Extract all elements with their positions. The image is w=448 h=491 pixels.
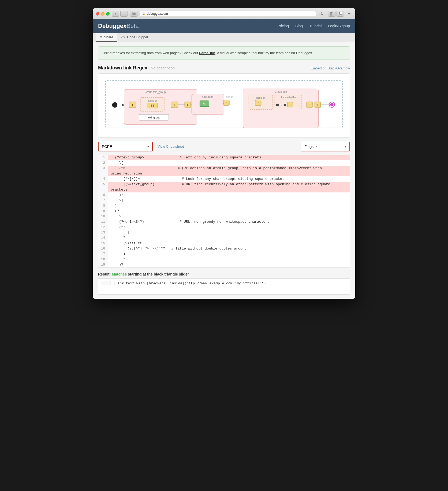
line-content: |(?&text_group) # OR: find recursively a… — [108, 182, 350, 187]
line-number: 11 — [98, 219, 108, 225]
sidebar-toggle-button[interactable] — [130, 11, 137, 17]
traffic-lights — [96, 12, 110, 16]
flags-select-wrapper: Flags: x Flags: i Flags: m Flags: g ▼ — [301, 142, 350, 151]
tab-share[interactable]: ⬆ Share — [96, 33, 117, 42]
back-button[interactable]: ‹ — [112, 11, 119, 17]
nav-tutorial[interactable]: Tutorial — [309, 24, 322, 28]
line-content: [^\[\]]+ # Look for any char except clos… — [108, 176, 350, 182]
svg-text:/x: /x — [222, 82, 224, 85]
result-label-after: starting at the black triangle slider — [127, 272, 189, 276]
regex-title: Markdown link Regex — [98, 65, 147, 70]
controls-row: PCRE JavaScript Python ▼ View Cheatsheet… — [98, 142, 350, 151]
line-number: 18 — [98, 257, 108, 262]
code-line: 1 (?<text_group> # Text group, including… — [98, 155, 350, 160]
code-tab-label: Code Snippet — [127, 35, 148, 39]
refresh-button[interactable]: ↻ — [318, 11, 326, 17]
line-number: 9 — [98, 209, 108, 214]
forward-button[interactable]: › — [120, 11, 128, 17]
new-window-button[interactable] — [337, 11, 344, 17]
line-content: (?<url>\S*?) # URL: non-greedy non-white… — [108, 219, 350, 225]
svg-text:None of: None of — [256, 96, 265, 99]
pcre-select[interactable]: PCRE JavaScript Python — [99, 142, 152, 151]
parsehub-link[interactable]: ParseHub — [199, 51, 215, 55]
svg-text:[ ]: [ ] — [151, 104, 154, 107]
code-line: 9 (?: — [98, 209, 350, 214]
code-line: 7 \] — [98, 198, 350, 203]
svg-text:": " — [226, 101, 227, 104]
line-number: 17 — [98, 251, 108, 257]
maximize-button[interactable] — [106, 12, 110, 16]
svg-text:Group url: Group url — [202, 95, 214, 98]
line-number: 6 — [98, 192, 108, 198]
line-content: \] — [108, 198, 350, 203]
code-line: 5 |(?&text_group) # OR: find recursively… — [98, 182, 350, 187]
svg-text:if preceded by: if preceded by — [281, 96, 296, 99]
line-number: 16 — [98, 246, 108, 251]
code-editor: 1 (?<text_group> # Text group, including… — [98, 155, 350, 268]
share-tab-label: Share — [104, 35, 113, 39]
nav-blog[interactable]: Blog — [295, 24, 303, 28]
regex-diagram: /x Group text_group [ None of [ ] — [103, 78, 345, 132]
share-tab-icon: ⬆ — [100, 35, 102, 39]
line-number: 3 — [98, 166, 108, 171]
svg-rect-2 — [133, 13, 136, 14]
flags-select[interactable]: Flags: x Flags: i Flags: m Flags: g — [301, 142, 349, 151]
embed-link[interactable]: Embed on StackOverflow — [311, 66, 350, 70]
nav-login-signup[interactable]: Login/Signup — [328, 24, 350, 28]
code-line: 2 \[ — [98, 160, 350, 166]
new-tab-button[interactable]: + — [346, 11, 352, 17]
line-number-blank — [98, 187, 108, 192]
close-button[interactable] — [96, 12, 99, 16]
line-number-blank — [98, 171, 108, 176]
code-line: 13 [ ] — [98, 230, 350, 235]
svg-text:": " — [258, 101, 259, 104]
minimize-button[interactable] — [101, 12, 104, 16]
cheatsheet-link[interactable]: View Cheatsheet — [158, 144, 184, 148]
line-number: 13 — [98, 230, 108, 235]
regex-section: Markdown link Regex No description Embed… — [98, 65, 350, 137]
line-content: " — [108, 235, 350, 241]
banner-text-after: , a visual web scraping tool built by th… — [215, 51, 313, 55]
regex-title-row: Markdown link Regex No description Embed… — [98, 65, 350, 71]
code-line-continuation: brackets — [98, 187, 350, 192]
result-label: Result: Matches starting at the black tr… — [98, 272, 350, 276]
browser-actions — [328, 11, 344, 17]
banner: Using regexes for extracting data from w… — [98, 46, 350, 60]
matches-label: Matches — [112, 272, 127, 276]
banner-text-before: Using regexes for extracting data from w… — [103, 51, 199, 55]
line-content: ) — [108, 251, 350, 257]
tab-code-snippet[interactable]: </> Code Snippet — [117, 33, 152, 42]
svg-text:[: [ — [132, 103, 133, 106]
svg-point-41 — [283, 103, 286, 106]
line-content: )* — [108, 192, 350, 198]
result-line: 1 [Link text with [brackets] inside](htt… — [101, 281, 347, 285]
address-bar[interactable]: 🔒 debuggex.com — [140, 11, 316, 16]
svg-text:): ) — [317, 103, 318, 106]
line-number: 14 — [98, 235, 108, 241]
line-number: 19 — [98, 262, 108, 267]
svg-point-8 — [112, 102, 117, 107]
line-content: (?: — [108, 225, 350, 230]
line-content: ) — [108, 203, 350, 209]
diagram-container: /x Group text_group [ None of [ ] — [98, 73, 350, 137]
svg-text:None of: None of — [148, 99, 157, 102]
line-content: (?> # (?> defines an atomic group, this … — [108, 166, 350, 171]
line-number: 4 — [98, 176, 108, 182]
pcre-select-wrapper: PCRE JavaScript Python ▼ — [98, 142, 153, 151]
logo-beta: Beta — [126, 23, 139, 29]
browser-titlebar: ‹ › 🔒 debuggex.com ↻ — [96, 11, 352, 17]
toolbar: ⬆ Share </> Code Snippet — [93, 33, 355, 42]
svg-rect-0 — [132, 12, 133, 15]
browser-chrome: ‹ › 🔒 debuggex.com ↻ — [93, 8, 355, 19]
line-content: (?:[^"]|(?<=\\))*? # Title without doubl… — [108, 246, 350, 251]
result-text[interactable]: [Link text with [brackets] inside](http:… — [111, 281, 266, 285]
result-section: Result: Matches starting at the black tr… — [98, 272, 350, 295]
code-line: 11 (?<url>\S*?) # URL: non-greedy non-wh… — [98, 219, 350, 225]
svg-rect-3 — [133, 14, 136, 15]
code-line: 19 )? — [98, 262, 350, 267]
line-content: (?: — [108, 209, 350, 214]
url-text: debuggex.com — [147, 12, 168, 16]
line-number: 8 — [98, 203, 108, 209]
share-button[interactable] — [328, 11, 335, 17]
nav-pricing[interactable]: Pricing — [277, 24, 289, 28]
